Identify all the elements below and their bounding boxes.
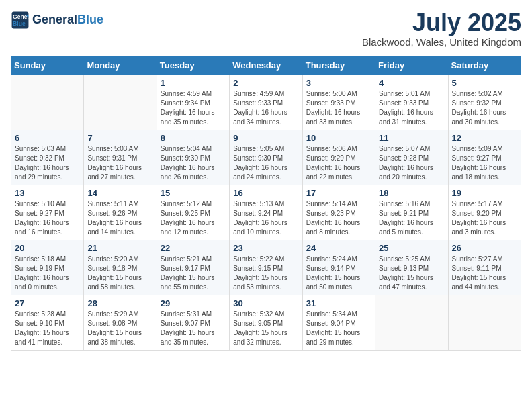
logo-text: GeneralBlue: [32, 13, 103, 27]
page-header: General Blue GeneralBlue July 2025 Black…: [11, 11, 521, 48]
day-number: 23: [233, 243, 298, 253]
calendar-cell: 9Sunrise: 5:05 AM Sunset: 9:30 PM Daylig…: [230, 130, 302, 185]
logo: General Blue GeneralBlue: [11, 11, 103, 30]
weekday-header: Sunday: [11, 56, 84, 75]
day-info: Sunrise: 5:13 AM Sunset: 9:24 PM Dayligh…: [233, 199, 298, 237]
day-info: Sunrise: 5:22 AM Sunset: 9:15 PM Dayligh…: [233, 255, 298, 292]
svg-text:General: General: [13, 13, 30, 20]
day-number: 19: [452, 188, 517, 198]
calendar-cell: 13Sunrise: 5:10 AM Sunset: 9:27 PM Dayli…: [11, 185, 84, 240]
day-number: 18: [379, 188, 444, 198]
day-info: Sunrise: 5:24 AM Sunset: 9:14 PM Dayligh…: [306, 255, 371, 292]
calendar-cell: 31Sunrise: 5:34 AM Sunset: 9:04 PM Dayli…: [302, 295, 375, 351]
calendar-cell: 30Sunrise: 5:32 AM Sunset: 9:05 PM Dayli…: [230, 295, 302, 351]
calendar-cell: 15Sunrise: 5:12 AM Sunset: 9:25 PM Dayli…: [157, 185, 229, 240]
day-info: Sunrise: 5:31 AM Sunset: 9:07 PM Dayligh…: [161, 310, 226, 347]
day-number: 20: [15, 243, 80, 253]
weekday-header: Saturday: [448, 56, 521, 75]
title-area: July 2025 Blackwood, Wales, United Kingd…: [362, 11, 521, 48]
calendar-table: SundayMondayTuesdayWednesdayThursdayFrid…: [11, 56, 521, 351]
day-info: Sunrise: 5:12 AM Sunset: 9:25 PM Dayligh…: [161, 199, 226, 237]
day-number: 30: [233, 298, 298, 308]
day-number: 11: [379, 133, 444, 143]
day-number: 28: [87, 298, 152, 308]
day-info: Sunrise: 5:21 AM Sunset: 9:17 PM Dayligh…: [161, 255, 226, 292]
day-number: 14: [87, 188, 152, 198]
calendar-cell: 7Sunrise: 5:03 AM Sunset: 9:31 PM Daylig…: [84, 130, 157, 185]
svg-text:Blue: Blue: [13, 20, 26, 27]
day-info: Sunrise: 5:34 AM Sunset: 9:04 PM Dayligh…: [306, 310, 371, 347]
day-number: 12: [452, 133, 517, 143]
location: Blackwood, Wales, United Kingdom: [362, 36, 521, 48]
weekday-header: Friday: [375, 56, 448, 75]
day-info: Sunrise: 5:25 AM Sunset: 9:13 PM Dayligh…: [379, 255, 444, 292]
day-number: 21: [87, 243, 152, 253]
day-info: Sunrise: 5:10 AM Sunset: 9:27 PM Dayligh…: [15, 199, 80, 237]
calendar-cell: 27Sunrise: 5:28 AM Sunset: 9:10 PM Dayli…: [11, 295, 84, 351]
calendar-cell: 20Sunrise: 5:18 AM Sunset: 9:19 PM Dayli…: [11, 240, 84, 295]
calendar-cell: 17Sunrise: 5:14 AM Sunset: 9:23 PM Dayli…: [302, 185, 375, 240]
calendar-cell: [11, 75, 84, 130]
calendar-cell: 18Sunrise: 5:16 AM Sunset: 9:21 PM Dayli…: [375, 185, 448, 240]
calendar-cell: 3Sunrise: 5:00 AM Sunset: 9:33 PM Daylig…: [302, 75, 375, 130]
day-number: 2: [233, 78, 298, 88]
day-info: Sunrise: 5:06 AM Sunset: 9:29 PM Dayligh…: [306, 144, 371, 182]
day-number: 7: [87, 133, 152, 143]
day-number: 22: [161, 243, 226, 253]
weekday-header: Tuesday: [157, 56, 229, 75]
day-info: Sunrise: 5:20 AM Sunset: 9:18 PM Dayligh…: [87, 255, 152, 292]
day-number: 6: [15, 133, 80, 143]
calendar-cell: 14Sunrise: 5:11 AM Sunset: 9:26 PM Dayli…: [84, 185, 157, 240]
calendar-cell: [84, 75, 157, 130]
logo-icon: General Blue: [11, 11, 30, 30]
day-info: Sunrise: 5:17 AM Sunset: 9:20 PM Dayligh…: [452, 199, 517, 237]
day-number: 1: [161, 78, 226, 88]
calendar-week-row: 1Sunrise: 4:59 AM Sunset: 9:34 PM Daylig…: [11, 75, 521, 130]
day-number: 24: [306, 243, 371, 253]
calendar-cell: 10Sunrise: 5:06 AM Sunset: 9:29 PM Dayli…: [302, 130, 375, 185]
calendar-cell: 1Sunrise: 4:59 AM Sunset: 9:34 PM Daylig…: [157, 75, 229, 130]
calendar-cell: 21Sunrise: 5:20 AM Sunset: 9:18 PM Dayli…: [84, 240, 157, 295]
day-info: Sunrise: 5:03 AM Sunset: 9:32 PM Dayligh…: [15, 144, 80, 182]
day-info: Sunrise: 4:59 AM Sunset: 9:33 PM Dayligh…: [233, 89, 298, 127]
weekday-header: Wednesday: [230, 56, 302, 75]
day-info: Sunrise: 5:18 AM Sunset: 9:19 PM Dayligh…: [15, 255, 80, 292]
day-info: Sunrise: 4:59 AM Sunset: 9:34 PM Dayligh…: [161, 89, 226, 127]
calendar-cell: 19Sunrise: 5:17 AM Sunset: 9:20 PM Dayli…: [448, 185, 521, 240]
day-number: 9: [233, 133, 298, 143]
calendar-week-row: 20Sunrise: 5:18 AM Sunset: 9:19 PM Dayli…: [11, 240, 521, 295]
day-info: Sunrise: 5:01 AM Sunset: 9:33 PM Dayligh…: [379, 89, 444, 127]
calendar-cell: [375, 295, 448, 351]
day-number: 3: [306, 78, 371, 88]
calendar-cell: 5Sunrise: 5:02 AM Sunset: 9:32 PM Daylig…: [448, 75, 521, 130]
weekday-header: Monday: [84, 56, 157, 75]
day-info: Sunrise: 5:09 AM Sunset: 9:27 PM Dayligh…: [452, 144, 517, 182]
day-number: 31: [306, 298, 371, 308]
calendar-cell: 2Sunrise: 4:59 AM Sunset: 9:33 PM Daylig…: [230, 75, 302, 130]
day-number: 10: [306, 133, 371, 143]
weekday-header: Thursday: [302, 56, 375, 75]
day-number: 15: [161, 188, 226, 198]
day-number: 25: [379, 243, 444, 253]
day-info: Sunrise: 5:04 AM Sunset: 9:30 PM Dayligh…: [161, 144, 226, 182]
calendar-cell: 4Sunrise: 5:01 AM Sunset: 9:33 PM Daylig…: [375, 75, 448, 130]
calendar-cell: 8Sunrise: 5:04 AM Sunset: 9:30 PM Daylig…: [157, 130, 229, 185]
day-info: Sunrise: 5:05 AM Sunset: 9:30 PM Dayligh…: [233, 144, 298, 182]
calendar-cell: 26Sunrise: 5:27 AM Sunset: 9:11 PM Dayli…: [448, 240, 521, 295]
day-info: Sunrise: 5:32 AM Sunset: 9:05 PM Dayligh…: [233, 310, 298, 347]
calendar-cell: 24Sunrise: 5:24 AM Sunset: 9:14 PM Dayli…: [302, 240, 375, 295]
calendar-cell: 22Sunrise: 5:21 AM Sunset: 9:17 PM Dayli…: [157, 240, 229, 295]
day-number: 27: [15, 298, 80, 308]
day-number: 17: [306, 188, 371, 198]
day-info: Sunrise: 5:00 AM Sunset: 9:33 PM Dayligh…: [306, 89, 371, 127]
day-info: Sunrise: 5:11 AM Sunset: 9:26 PM Dayligh…: [87, 199, 152, 237]
day-info: Sunrise: 5:07 AM Sunset: 9:28 PM Dayligh…: [379, 144, 444, 182]
weekday-header-row: SundayMondayTuesdayWednesdayThursdayFrid…: [11, 56, 521, 75]
calendar-cell: 23Sunrise: 5:22 AM Sunset: 9:15 PM Dayli…: [230, 240, 302, 295]
day-info: Sunrise: 5:29 AM Sunset: 9:08 PM Dayligh…: [87, 310, 152, 347]
day-info: Sunrise: 5:28 AM Sunset: 9:10 PM Dayligh…: [15, 310, 80, 347]
calendar-cell: 29Sunrise: 5:31 AM Sunset: 9:07 PM Dayli…: [157, 295, 229, 351]
day-number: 13: [15, 188, 80, 198]
calendar-cell: 12Sunrise: 5:09 AM Sunset: 9:27 PM Dayli…: [448, 130, 521, 185]
day-number: 26: [452, 243, 517, 253]
